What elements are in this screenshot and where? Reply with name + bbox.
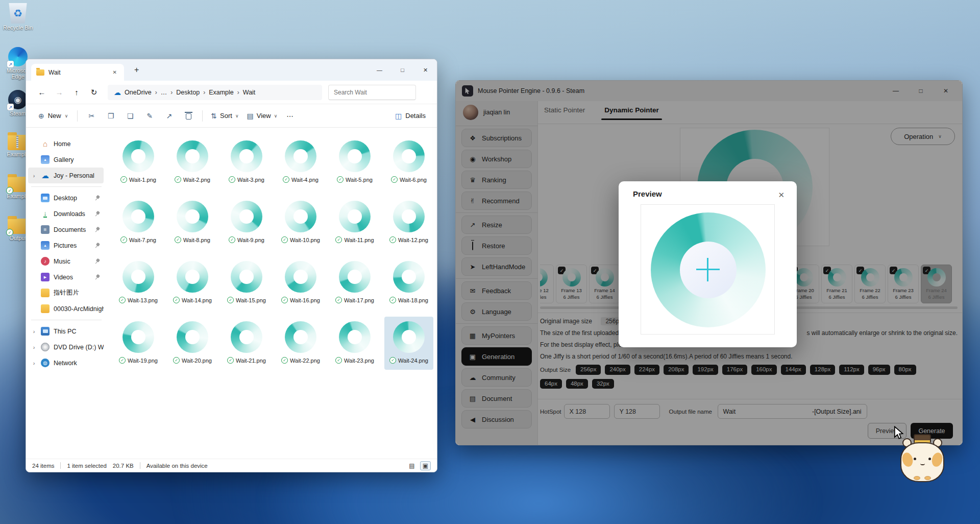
- file-tile[interactable]: ✓Wait-18.png: [384, 256, 433, 309]
- maximize-button[interactable]: □: [391, 59, 414, 81]
- details-button[interactable]: ◫ Details: [391, 108, 430, 124]
- sidebar-item-downloads[interactable]: Downloads: [28, 206, 104, 222]
- sidebar-item-videos[interactable]: Videos: [28, 269, 104, 285]
- file-tile[interactable]: ✓Wait-24.png: [384, 317, 433, 370]
- file-tile[interactable]: ✓Wait-5.png: [330, 136, 379, 189]
- sync-check-icon: ✓: [389, 297, 396, 303]
- file-tile[interactable]: ✓Wait-19.png: [114, 317, 163, 370]
- file-label: ✓Wait-6.png: [391, 176, 427, 183]
- sort-arrows-icon: ⇅: [211, 112, 217, 120]
- close-button[interactable]: ✕: [414, 59, 437, 81]
- file-tile[interactable]: ✓Wait-10.png: [276, 196, 325, 249]
- copy-button[interactable]: ❐: [101, 108, 120, 124]
- chevron-right-icon: ›: [170, 89, 173, 96]
- file-thumbnail: [278, 198, 323, 235]
- delete-button[interactable]: [179, 108, 198, 124]
- file-label: ✓Wait-19.png: [119, 357, 158, 364]
- share-button[interactable]: ↗: [159, 108, 179, 124]
- spinner-thumbnail: [393, 261, 425, 293]
- sync-check-icon: ✓: [337, 176, 344, 183]
- file-tile[interactable]: ✓Wait-8.png: [168, 196, 217, 249]
- forward-button[interactable]: →: [51, 88, 68, 97]
- file-name: Wait-1.png: [129, 177, 156, 183]
- file-tile[interactable]: ✓Wait-1.png: [114, 136, 163, 189]
- pc-icon: [41, 327, 50, 336]
- refresh-button[interactable]: ↻: [85, 88, 103, 97]
- spinner-thumbnail: [285, 321, 316, 353]
- desktop-icon-recycle-bin[interactable]: Recycle Bin: [2, 3, 34, 31]
- sidebar-item-gallery[interactable]: Gallery: [28, 152, 104, 168]
- details-button-label: Details: [405, 112, 426, 120]
- breadcrumb-item[interactable]: Desktop: [176, 89, 200, 96]
- file-name: Wait-9.png: [237, 237, 264, 243]
- file-tile[interactable]: ✓Wait-3.png: [222, 136, 271, 189]
- breadcrumb-item[interactable]: Example: [209, 89, 234, 96]
- new-button[interactable]: ⊕ New ∨: [33, 108, 73, 124]
- file-name: Wait-18.png: [398, 297, 428, 303]
- file-tile[interactable]: ✓Wait-21.png: [222, 317, 271, 370]
- sidebar-item-home[interactable]: Home: [28, 136, 104, 152]
- mouse-cursor-hamster: [892, 426, 945, 483]
- file-name: Wait-6.png: [400, 177, 427, 183]
- file-tile[interactable]: ✓Wait-22.png: [276, 317, 325, 370]
- desktop-icon-label: Recycle Bin: [3, 25, 33, 31]
- chevron-right-icon: ›: [31, 328, 37, 335]
- sidebar-item-desktop[interactable]: Desktop: [28, 190, 104, 206]
- sidebar-item-pictures[interactable]: Pictures: [28, 237, 104, 253]
- sidebar-item-documents[interactable]: Documents: [28, 222, 104, 237]
- file-tile[interactable]: ✓Wait-13.png: [114, 256, 163, 309]
- file-tile[interactable]: ✓Wait-6.png: [384, 136, 433, 189]
- sidebar-item-joy-personal[interactable]: ›Joy - Personal: [28, 168, 104, 183]
- sidebar-item-00030-arcmidnight[interactable]: 00030-ArcMidnight: [28, 301, 104, 317]
- breadcrumb[interactable]: ☁OneDrive›…›Desktop›Example›Wait: [108, 85, 322, 100]
- tab-close-icon[interactable]: ✕: [111, 68, 119, 76]
- file-tile[interactable]: ✓Wait-12.png: [384, 196, 433, 249]
- sidebar-item--[interactable]: 指针图片: [28, 285, 104, 301]
- sidebar-item-music[interactable]: Music: [28, 253, 104, 269]
- explorer-tab[interactable]: Wait ✕: [31, 64, 124, 81]
- modal-close-icon[interactable]: ✕: [776, 188, 787, 202]
- sort-button[interactable]: ⇅ Sort ∨: [207, 108, 242, 124]
- file-label: ✓Wait-23.png: [335, 357, 374, 364]
- sync-check-badge: ✓: [6, 229, 13, 236]
- file-tile[interactable]: ✓Wait-16.png: [276, 256, 325, 309]
- thumbnail-view-button[interactable]: ▣: [420, 461, 431, 470]
- file-label: ✓Wait-11.png: [335, 236, 374, 243]
- sidebar-item-this-pc[interactable]: ›This PC: [28, 323, 104, 339]
- cut-button[interactable]: ✂: [82, 108, 101, 124]
- file-thumbnail: [224, 138, 269, 175]
- breadcrumb-ellipsis[interactable]: …: [161, 89, 167, 96]
- sidebar-item-dvd-drive-d-win[interactable]: ›DVD Drive (D:) Win: [28, 339, 104, 355]
- paste-button[interactable]: ❏: [120, 108, 140, 124]
- desktop-icon-label: Steam: [10, 110, 26, 116]
- details-view-button[interactable]: ▤: [407, 462, 416, 470]
- pin-icon: [93, 273, 101, 281]
- back-button[interactable]: ←: [33, 88, 51, 97]
- breadcrumb-item[interactable]: Wait: [243, 89, 256, 96]
- up-button[interactable]: ↑: [68, 88, 85, 97]
- file-tile[interactable]: ✓Wait-9.png: [222, 196, 271, 249]
- file-tile[interactable]: ✓Wait-14.png: [168, 256, 217, 309]
- sync-check-icon: ✓: [119, 357, 126, 364]
- view-button[interactable]: ▤ View ∨: [243, 108, 282, 124]
- explorer-tab-bar: Wait ✕ + — □ ✕: [26, 59, 437, 81]
- file-tile[interactable]: ✓Wait-7.png: [114, 196, 163, 249]
- file-tile[interactable]: ✓Wait-20.png: [168, 317, 217, 370]
- new-tab-button[interactable]: +: [130, 64, 143, 76]
- rename-button[interactable]: ✎: [140, 108, 159, 124]
- file-tile[interactable]: ✓Wait-2.png: [168, 136, 217, 189]
- sidebar-item-label: Desktop: [54, 195, 90, 202]
- breadcrumb-item[interactable]: OneDrive: [125, 89, 152, 96]
- file-tile[interactable]: ✓Wait-4.png: [276, 136, 325, 189]
- file-tile[interactable]: ✓Wait-15.png: [222, 256, 271, 309]
- file-tile[interactable]: ✓Wait-17.png: [330, 256, 379, 309]
- search-input[interactable]: [328, 85, 416, 100]
- chevron-right-icon: ›: [155, 89, 157, 96]
- cloud-icon: [41, 171, 50, 180]
- sidebar-item-network[interactable]: ›Network: [28, 355, 104, 371]
- minimize-button[interactable]: —: [368, 59, 391, 81]
- sidebar-item-label: Documents: [54, 226, 90, 233]
- more-options-button[interactable]: ⋯: [281, 112, 299, 120]
- file-tile[interactable]: ✓Wait-23.png: [330, 317, 379, 370]
- file-tile[interactable]: ✓Wait-11.png: [330, 196, 379, 249]
